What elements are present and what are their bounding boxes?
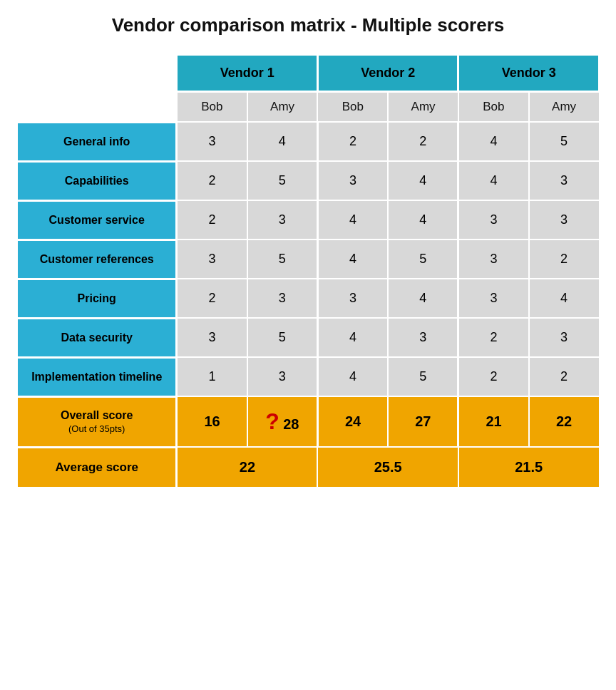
category-row-4: Pricing233434 <box>17 279 600 318</box>
category-row-2: Customer service234433 <box>17 200 600 240</box>
score-2-5: 3 <box>529 200 600 240</box>
overall-label-text: Overall score <box>61 409 133 421</box>
vendor-1-header: Vendor 1 <box>177 55 318 92</box>
category-row-3: Customer references354532 <box>17 240 600 279</box>
overall-v1-amy: ? 28 <box>247 396 318 447</box>
score-4-1: 3 <box>247 279 318 318</box>
overall-label: Overall score (Out of 35pts) <box>17 396 177 447</box>
category-label-4: Pricing <box>17 279 177 318</box>
score-4-0: 2 <box>177 279 247 318</box>
score-2-3: 4 <box>388 200 458 240</box>
score-4-3: 4 <box>388 279 458 318</box>
overall-v3-amy: 22 <box>529 396 600 447</box>
category-row-0: General info342245 <box>17 122 600 161</box>
score-0-3: 2 <box>388 122 458 161</box>
v1-bob-header: Bob <box>177 92 247 123</box>
corner-cell-2 <box>17 92 177 123</box>
score-6-2: 4 <box>317 357 388 396</box>
score-6-1: 3 <box>247 357 318 396</box>
category-label-5: Data security <box>17 318 177 357</box>
score-1-1: 5 <box>247 161 318 200</box>
score-4-4: 3 <box>458 279 529 318</box>
score-6-4: 2 <box>458 357 529 396</box>
average-score-row: Average score 22 25.5 21.5 <box>17 447 600 488</box>
category-label-0: General info <box>17 122 177 161</box>
category-label-3: Customer references <box>17 240 177 279</box>
average-v1: 22 <box>177 447 318 488</box>
score-5-4: 2 <box>458 318 529 357</box>
vendor-2-header: Vendor 2 <box>317 55 458 92</box>
score-1-4: 4 <box>458 161 529 200</box>
score-4-2: 3 <box>317 279 388 318</box>
score-3-1: 5 <box>247 240 318 279</box>
category-label-1: Capabilities <box>17 161 177 200</box>
overall-sublabel: (Out of 35pts) <box>68 423 125 434</box>
v2-bob-header: Bob <box>317 92 388 123</box>
score-0-5: 5 <box>529 122 600 161</box>
v1-amy-header: Amy <box>247 92 318 123</box>
corner-cell <box>17 55 177 92</box>
overall-v3-bob: 21 <box>458 396 529 447</box>
score-0-2: 2 <box>317 122 388 161</box>
score-1-5: 3 <box>529 161 600 200</box>
vendor-3-header: Vendor 3 <box>458 55 600 92</box>
score-3-4: 3 <box>458 240 529 279</box>
average-v3: 21.5 <box>458 447 600 488</box>
score-2-2: 4 <box>317 200 388 240</box>
score-1-3: 4 <box>388 161 458 200</box>
score-5-3: 3 <box>388 318 458 357</box>
overall-v2-amy: 27 <box>388 396 458 447</box>
score-0-0: 3 <box>177 122 247 161</box>
category-label-6: Implementation timeline <box>17 357 177 396</box>
score-0-1: 4 <box>247 122 318 161</box>
page-container: Vendor comparison matrix - Multiple scor… <box>16 14 600 489</box>
overall-v1-bob: 16 <box>177 396 247 447</box>
overall-v2-bob: 24 <box>317 396 388 447</box>
score-0-4: 4 <box>458 122 529 161</box>
overall-score-row: Overall score (Out of 35pts) 16 ? 28 24 … <box>17 396 600 447</box>
score-4-5: 4 <box>529 279 600 318</box>
average-v2: 25.5 <box>317 447 458 488</box>
category-row-6: Implementation timeline134522 <box>17 357 600 396</box>
comparison-matrix: Vendor 1 Vendor 2 Vendor 3 Bob Amy Bob A… <box>16 53 600 489</box>
score-1-0: 2 <box>177 161 247 200</box>
v3-amy-header: Amy <box>529 92 600 123</box>
score-3-0: 3 <box>177 240 247 279</box>
score-6-5: 2 <box>529 357 600 396</box>
page-title: Vendor comparison matrix - Multiple scor… <box>16 14 600 36</box>
score-2-4: 3 <box>458 200 529 240</box>
score-6-3: 5 <box>388 357 458 396</box>
category-row-1: Capabilities253443 <box>17 161 600 200</box>
score-3-3: 5 <box>388 240 458 279</box>
score-2-0: 2 <box>177 200 247 240</box>
score-5-5: 3 <box>529 318 600 357</box>
category-row-5: Data security354323 <box>17 318 600 357</box>
score-5-2: 4 <box>317 318 388 357</box>
score-6-0: 1 <box>177 357 247 396</box>
score-5-0: 3 <box>177 318 247 357</box>
category-label-2: Customer service <box>17 200 177 240</box>
score-2-1: 3 <box>247 200 318 240</box>
score-5-1: 5 <box>247 318 318 357</box>
score-1-2: 3 <box>317 161 388 200</box>
v2-amy-header: Amy <box>388 92 458 123</box>
score-3-5: 2 <box>529 240 600 279</box>
average-label: Average score <box>17 447 177 488</box>
score-3-2: 4 <box>317 240 388 279</box>
v3-bob-header: Bob <box>458 92 529 123</box>
